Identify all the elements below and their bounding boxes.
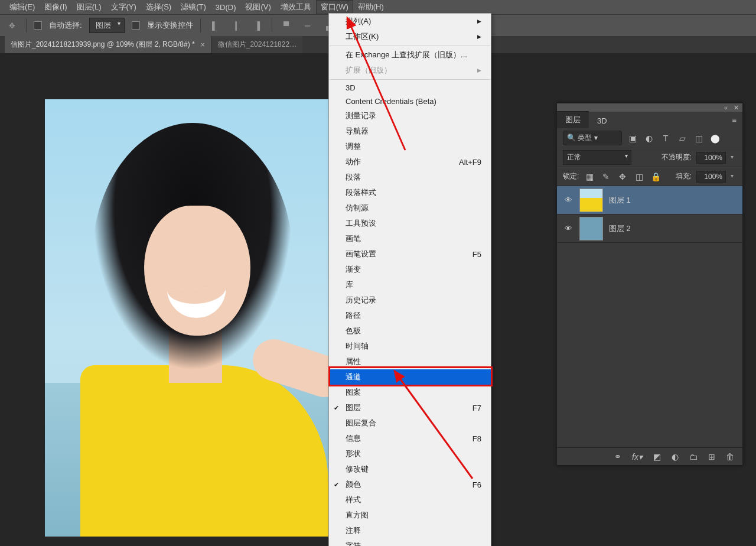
menu-item[interactable]: 测量记录 [329,108,491,124]
align-left-icon[interactable]: ▌ [208,18,222,32]
menu-[interactable]: 增效工具 [276,0,316,14]
lock-pixels-icon[interactable]: ▦ [584,172,595,181]
opacity-label: 不透明度: [662,152,692,162]
align-right-icon[interactable]: ▐ [250,18,265,32]
group-icon[interactable]: 🗀 [689,452,698,462]
menu-w[interactable]: 窗口(W) [316,0,353,14]
menu-item[interactable]: 时间轴 [329,339,491,354]
delete-layer-icon[interactable]: 🗑 [726,452,734,462]
auto-select-label: 自动选择: [49,20,82,31]
menu-l[interactable]: 图层(L) [72,0,106,14]
panel-close-icon[interactable]: ✕ [734,104,739,112]
menu-item[interactable]: 图层F7 [329,400,491,415]
menu-item[interactable]: 图层复合 [329,415,491,431]
panel-footer: ⚭ fx▾ ◩ ◐ 🗀 ⊞ 🗑 [557,447,742,465]
show-transform-label: 显示变换控件 [147,20,193,31]
menu-item: 扩展（旧版） [329,63,491,78]
layer-row[interactable]: 👁图层 2 [557,214,742,243]
panel-menu-icon[interactable]: ≡ [726,112,742,128]
visibility-eye-icon[interactable]: 👁 [563,224,573,233]
filter-smart-icon[interactable]: ◫ [693,134,705,143]
fill-field[interactable]: 100% [696,171,726,183]
layer-thumbnail[interactable] [579,188,603,212]
blend-mode-dropdown[interactable]: 正常 [563,150,631,165]
menu-t[interactable]: 滤镜(T) [176,0,211,14]
lock-label: 锁定: [563,171,579,181]
document-tab[interactable]: 信图片_20241218213939.png @ 109% (图层 2, RGB… [5,36,211,53]
menu-item[interactable]: 注释 [329,523,491,538]
filter-shape-icon[interactable]: ▱ [676,134,688,143]
panel-collapse-icon[interactable]: « [724,104,728,111]
menu-item[interactable]: 段落样式 [329,185,491,200]
layer-fx-icon[interactable]: fx▾ [632,452,643,462]
filter-toggle-icon[interactable]: ⬤ [709,134,721,143]
menu-item[interactable]: 样式 [329,492,491,508]
menu-item[interactable]: Content Credentials (Beta) [329,95,491,108]
auto-select-target-dropdown[interactable]: 图层 [89,18,125,33]
adjustment-layer-icon[interactable]: ◐ [672,452,679,462]
menu-i[interactable]: 图像(I) [40,0,71,14]
close-tab-icon[interactable]: × [201,41,205,49]
layer-filter-type[interactable]: 🔍 类型 ▾ [563,131,622,145]
menu-v[interactable]: 视图(V) [240,0,275,14]
menu-item[interactable]: 导航器 [329,124,491,139]
menu-item[interactable]: 历史记录 [329,292,491,308]
menu-item[interactable]: 字符 [329,538,491,546]
lock-position-icon[interactable]: ✥ [617,172,628,181]
menu-item[interactable]: 3D [329,81,491,95]
align-top-icon[interactable]: ▀ [279,18,294,32]
menu-item[interactable]: 段落 [329,170,491,185]
menu-item[interactable]: 仿制源 [329,200,491,216]
layer-thumbnail[interactable] [579,217,603,240]
menu-item[interactable]: 色板 [329,323,491,339]
lock-artboard-icon[interactable]: ◫ [633,172,645,181]
menu-item[interactable]: 画笔设置F5 [329,246,491,262]
menu-item[interactable]: 属性 [329,354,491,369]
menu-e[interactable]: 编辑(E) [5,0,40,14]
menu-3dd[interactable]: 3D(D) [211,1,241,14]
document-tab[interactable]: 微信图片_2024121822… [212,36,302,53]
lock-brush-icon[interactable]: ✎ [600,172,612,181]
align-center-h-icon[interactable]: ║ [229,18,243,32]
menu-item[interactable]: 画笔 [329,231,491,246]
menu-item[interactable]: 在 Exchange 上查找扩展（旧版）... [329,47,491,63]
menu-item[interactable]: 路径 [329,308,491,323]
tab-layers[interactable]: 图层 [557,111,589,128]
menu-h[interactable]: 帮助(H) [353,0,389,14]
opacity-field[interactable]: 100% [696,152,726,164]
menu-item[interactable]: 库 [329,277,491,292]
menu-s[interactable]: 选择(S) [141,0,176,14]
menu-item[interactable]: 工具预设 [329,216,491,231]
menu-item[interactable]: 颜色F6 [329,477,491,492]
menu-item[interactable]: 工作区(K) [329,29,491,44]
document-canvas[interactable] [45,99,328,537]
link-layers-icon[interactable]: ⚭ [614,452,621,462]
auto-select-checkbox[interactable] [34,21,42,30]
menu-item[interactable]: 修改键 [329,462,491,477]
visibility-eye-icon[interactable]: 👁 [563,196,573,204]
menu-item[interactable]: 排列(A) [329,14,491,29]
fill-label: 填充: [676,171,692,181]
layer-mask-icon[interactable]: ◩ [653,452,661,462]
align-middle-icon[interactable]: ═ [301,18,315,32]
menu-item[interactable]: 图案 [329,385,491,400]
menu-bar: 编辑(E)图像(I)图层(L)文字(Y)选择(S)滤镜(T)3D(D)视图(V)… [0,0,756,14]
filter-adjustment-icon[interactable]: ◐ [643,134,655,143]
show-transform-checkbox[interactable] [132,21,140,30]
menu-item[interactable]: 调整 [329,139,491,154]
lock-all-icon[interactable]: 🔒 [650,172,662,181]
menu-item[interactable]: 通道 [329,369,491,385]
menu-item[interactable]: 信息F8 [329,431,491,446]
filter-type-icon[interactable]: T [660,134,672,143]
tab-3d[interactable]: 3D [589,113,615,128]
layer-name[interactable]: 图层 2 [609,223,631,234]
menu-item[interactable]: 形状 [329,446,491,462]
filter-image-icon[interactable]: ▣ [627,134,638,143]
layer-row[interactable]: 👁图层 1 [557,186,742,214]
layer-name[interactable]: 图层 1 [609,195,631,206]
new-layer-icon[interactable]: ⊞ [708,452,715,462]
menu-item[interactable]: 动作Alt+F9 [329,154,491,170]
menu-y[interactable]: 文字(Y) [106,0,141,14]
menu-item[interactable]: 直方图 [329,508,491,523]
menu-item[interactable]: 渐变 [329,262,491,277]
